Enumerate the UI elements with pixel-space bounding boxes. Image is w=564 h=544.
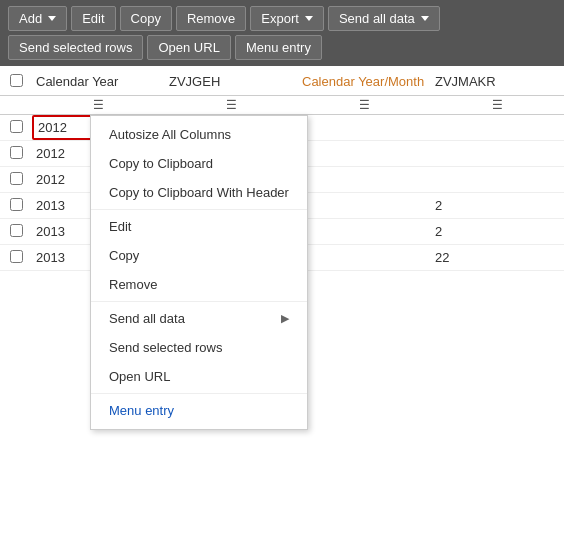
toolbar-row1: AddEditCopyRemoveExportSend all data bbox=[8, 6, 556, 31]
export-button[interactable]: Export bbox=[250, 6, 324, 31]
submenu-arrow-icon: ▶ bbox=[281, 312, 289, 325]
open-url-button[interactable]: Open URL bbox=[147, 35, 230, 60]
ctx-remove-label: Remove bbox=[109, 277, 157, 292]
select-all-checkbox[interactable] bbox=[10, 74, 23, 87]
send-all-data-button[interactable]: Send all data bbox=[328, 6, 440, 31]
filter-icon-3[interactable]: ☰ bbox=[431, 98, 564, 112]
toolbar: AddEditCopyRemoveExportSend all dataSend… bbox=[0, 0, 564, 66]
filter-icon: ☰ bbox=[226, 98, 237, 112]
row-checkbox-cell bbox=[0, 194, 32, 218]
row-cell-2: 22 bbox=[431, 245, 564, 270]
row-cell-2: 2 bbox=[431, 193, 564, 218]
header-checkbox-cell bbox=[0, 74, 32, 90]
context-menu-separator bbox=[91, 301, 307, 302]
dropdown-caret bbox=[305, 16, 313, 21]
filter-icon-0[interactable]: ☰ bbox=[32, 98, 165, 112]
ctx-remove[interactable]: Remove bbox=[91, 270, 307, 299]
ctx-copy-label: Copy bbox=[109, 248, 139, 263]
column-header-0: Calendar Year bbox=[32, 72, 165, 91]
filter-icon: ☰ bbox=[359, 98, 370, 112]
row-cell-1 bbox=[300, 123, 432, 133]
column-header-3: ZVJMAKR bbox=[431, 72, 564, 91]
row-cell-2 bbox=[431, 149, 564, 159]
table-area: Calendar YearZVJGEHCalendar Year/MonthZV… bbox=[0, 66, 564, 271]
row-cell-2: 2 bbox=[431, 219, 564, 244]
ctx-autosize-label: Autosize All Columns bbox=[109, 127, 231, 142]
row-checkbox-cell bbox=[0, 220, 32, 244]
row-checkbox-cell bbox=[0, 116, 32, 140]
row-cell-1 bbox=[298, 149, 431, 159]
row-checkbox[interactable] bbox=[10, 120, 23, 133]
ctx-copy-clipboard[interactable]: Copy to Clipboard bbox=[91, 149, 307, 178]
send-selected-rows-button[interactable]: Send selected rows bbox=[8, 35, 143, 60]
filter-row: ☰☰☰☰ bbox=[0, 96, 564, 115]
toolbar-row2: Send selected rowsOpen URLMenu entry bbox=[8, 35, 556, 60]
row-checkbox[interactable] bbox=[10, 250, 23, 263]
add-button[interactable]: Add bbox=[8, 6, 67, 31]
filter-icon-2[interactable]: ☰ bbox=[298, 98, 431, 112]
ctx-menu-entry-label: Menu entry bbox=[109, 403, 174, 418]
ctx-send-selected-rows-label: Send selected rows bbox=[109, 340, 222, 355]
ctx-send-all-data[interactable]: Send all data▶ bbox=[91, 304, 307, 333]
filter-icon: ☰ bbox=[492, 98, 503, 112]
ctx-copy-clipboard-header[interactable]: Copy to Clipboard With Header bbox=[91, 178, 307, 207]
context-menu-separator bbox=[91, 209, 307, 210]
menu-entry-button[interactable]: Menu entry bbox=[235, 35, 322, 60]
filter-icon: ☰ bbox=[93, 98, 104, 112]
row-cell-2 bbox=[432, 123, 564, 133]
column-header-2: Calendar Year/Month bbox=[298, 72, 431, 91]
ctx-open-url[interactable]: Open URL bbox=[91, 362, 307, 391]
ctx-menu-entry[interactable]: Menu entry bbox=[91, 396, 307, 425]
ctx-open-url-label: Open URL bbox=[109, 369, 170, 384]
context-menu-separator bbox=[91, 393, 307, 394]
dropdown-caret bbox=[421, 16, 429, 21]
ctx-autosize[interactable]: Autosize All Columns bbox=[91, 120, 307, 149]
row-checkbox[interactable] bbox=[10, 224, 23, 237]
column-header-1: ZVJGEH bbox=[165, 72, 298, 91]
ctx-copy-clipboard-label: Copy to Clipboard bbox=[109, 156, 213, 171]
row-checkbox[interactable] bbox=[10, 146, 23, 159]
data-rows-container: 2012Autosize All ColumnsCopy to Clipboar… bbox=[0, 115, 564, 271]
copy-button[interactable]: Copy bbox=[120, 6, 172, 31]
row-cell-1 bbox=[298, 227, 431, 237]
row-checkbox-cell bbox=[0, 246, 32, 270]
table-header: Calendar YearZVJGEHCalendar Year/MonthZV… bbox=[0, 66, 564, 96]
row-cell-2 bbox=[431, 175, 564, 185]
filter-icon-1[interactable]: ☰ bbox=[165, 98, 298, 112]
row-cell-1 bbox=[298, 253, 431, 263]
edit-button[interactable]: Edit bbox=[71, 6, 115, 31]
dropdown-caret bbox=[48, 16, 56, 21]
ctx-edit-label: Edit bbox=[109, 219, 131, 234]
ctx-edit[interactable]: Edit bbox=[91, 212, 307, 241]
row-checkbox-cell bbox=[0, 168, 32, 192]
row-cell-1 bbox=[298, 175, 431, 185]
row-cell-1 bbox=[298, 201, 431, 211]
row-checkbox[interactable] bbox=[10, 198, 23, 211]
ctx-copy[interactable]: Copy bbox=[91, 241, 307, 270]
row-checkbox[interactable] bbox=[10, 172, 23, 185]
ctx-send-selected-rows[interactable]: Send selected rows bbox=[91, 333, 307, 362]
row-checkbox-cell bbox=[0, 142, 32, 166]
context-menu: Autosize All ColumnsCopy to ClipboardCop… bbox=[90, 115, 308, 430]
remove-button[interactable]: Remove bbox=[176, 6, 246, 31]
ctx-copy-clipboard-header-label: Copy to Clipboard With Header bbox=[109, 185, 289, 200]
ctx-send-all-data-label: Send all data bbox=[109, 311, 185, 326]
